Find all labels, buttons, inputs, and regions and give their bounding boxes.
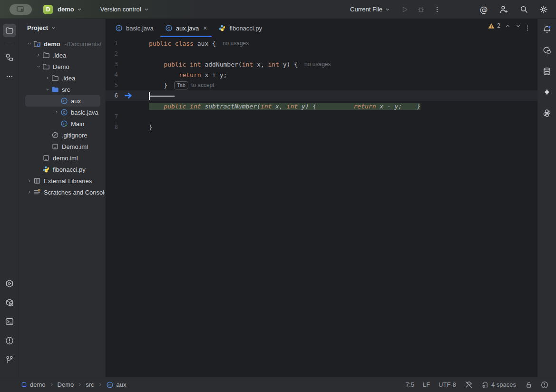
tool-strip-project-button[interactable] [3,24,16,37]
ai-suggestion-arrow-icon[interactable] [125,92,133,99]
warning-count[interactable]: 2 [497,22,500,29]
chevron-down-icon[interactable] [25,40,33,48]
screen-share-pill[interactable] [10,4,32,15]
tool-strip-database-button[interactable] [542,67,552,76]
caret-position-widget[interactable]: 7:5 [406,381,414,388]
tool-strip-problems-button[interactable] [3,334,16,347]
tool-strip-assistant-button[interactable] [542,46,552,55]
mute-notifications-icon[interactable] [465,381,473,389]
debug-icon[interactable] [416,5,426,14]
tree-item-src[interactable]: src [25,84,100,95]
indent-label: 4 spaces [491,381,516,388]
usages-inlay-hint[interactable]: no usages [223,40,249,47]
breadcrumb-item-src[interactable]: src [86,381,94,388]
tree-item-fibonacci-py[interactable]: fibonacci.py [25,164,100,175]
vcs-widget[interactable]: Version control [98,4,152,15]
line-separator-widget[interactable]: LF [423,381,430,388]
next-problem-icon[interactable] [515,23,521,29]
services-icon [5,279,14,288]
tree-item-main[interactable]: CMain [25,118,100,129]
tree-item-label: .gitignore [62,132,87,139]
run-config-selector[interactable]: Current File [347,4,393,15]
more-icon [6,73,13,80]
code-line-3[interactable]: 3 public int addNumber(int x, int y) {no… [106,59,537,69]
code-line-2[interactable]: 2 [106,49,537,59]
tab-basic-java[interactable]: Cbasic.java [109,19,159,37]
code-line-6[interactable]: 6 [106,90,537,101]
project-switcher[interactable]: demo [55,4,85,15]
tree-item-label: demo.iml [53,155,78,162]
tree-item--idea[interactable]: .idea [25,49,100,61]
line-number: 7 [106,113,118,120]
project-avatar[interactable]: D [43,5,53,14]
inline-completion-suggestion[interactable]: public int subtractNumber(int x, int y) … [106,101,537,111]
search-icon[interactable] [519,5,528,14]
chevron-right-icon[interactable] [34,51,42,59]
chevron-down-icon[interactable] [34,63,42,70]
tool-strip-git-button[interactable] [3,353,16,366]
run-icon[interactable] [400,5,410,14]
tab-aux-java[interactable]: Caux.java× [159,19,213,37]
tree-item--idea[interactable]: .idea [25,72,100,84]
indent-widget[interactable]: 4 spaces [481,381,516,388]
breadcrumb-separator [49,382,54,387]
code-line-1[interactable]: 1public class aux {no usages [106,38,537,49]
settings-gear-icon[interactable] [539,5,548,14]
tree-item-external-libraries[interactable]: External Libraries [25,175,100,186]
chevron-right-icon[interactable] [52,108,60,116]
code-editor[interactable]: 1public class aux {no usages23 public in… [106,37,537,377]
tool-strip-python-mono-button[interactable] [542,108,552,118]
warning-icon[interactable] [488,23,495,29]
add-user-icon[interactable] [499,5,508,14]
more-actions-icon[interactable] [432,5,442,14]
tree-item-scratches-and-consoles[interactable]: Scratches and Consoles [25,186,100,198]
tool-strip-structure-button[interactable] [3,51,16,64]
code-token: x - y; } [376,103,420,110]
chevron-right-icon[interactable] [25,177,33,185]
chevron-right-icon[interactable] [43,74,51,82]
library-icon [33,177,42,185]
ai-assistant-icon[interactable]: @ [479,5,488,14]
tool-strip-notifications-button[interactable] [542,25,552,34]
code-line-5[interactable]: 5 }Tabto accept [106,80,537,90]
tool-strip-more-button[interactable] [3,70,16,83]
tab-options-icon[interactable] [524,19,537,37]
chevron-down-icon[interactable] [43,86,51,93]
code-line-8[interactable]: 8} [106,122,537,132]
tree-item-basic-java[interactable]: Cbasic.java [25,107,100,118]
tree-item-demo-iml[interactable]: Demo.iml [25,141,100,152]
project-panel-header[interactable]: Project [19,19,105,36]
scratches-icon [33,188,42,196]
breadcrumb-item-aux[interactable]: Caux [106,381,127,389]
encoding-widget[interactable]: UTF-8 [439,381,456,388]
tree-item-aux[interactable]: Caux [25,95,100,107]
tree-item-demo[interactable]: demo~/Documents/ [25,38,100,49]
tab-fibonacci-py[interactable]: fibonacci.py [213,19,268,37]
prev-problem-icon[interactable] [505,23,511,29]
tool-strip-terminal-button[interactable] [3,315,16,328]
chevron-right-icon[interactable] [25,188,33,196]
tool-strip-sparkle-button[interactable] [542,88,552,97]
tree-item-demo-iml[interactable]: demo.iml [25,152,100,164]
tool-strip-services-button[interactable] [3,277,16,290]
tree-item-demo[interactable]: Demo [25,61,100,72]
close-icon[interactable]: × [203,25,207,31]
unlocked-icon[interactable] [525,381,532,389]
code-line-4[interactable]: 4 return x + y; [106,69,537,80]
usages-inlay-hint[interactable]: no usages [304,61,331,68]
tree-item--gitignore[interactable]: .gitignore [25,129,100,141]
code-token: y) { [298,103,353,110]
breadcrumb-item-demo[interactable]: demo [21,381,46,388]
caret-tail-line [150,96,175,97]
breadcrumb-item-demo[interactable]: Demo [58,381,74,388]
code-line-7[interactable]: 7 [106,111,537,122]
breadcrumb: demoDemosrcCaux [21,381,127,389]
keyword-token: int [242,61,253,68]
exclamation-circle-icon[interactable] [541,381,548,389]
breadcrumb-separator [98,382,102,387]
tab-label: fibonacci.py [229,25,262,32]
git-icon [5,355,14,364]
run-config-label: Current File [350,6,382,13]
tool-strip-packages-button[interactable] [3,296,16,309]
tree-item-label: src [62,86,70,93]
